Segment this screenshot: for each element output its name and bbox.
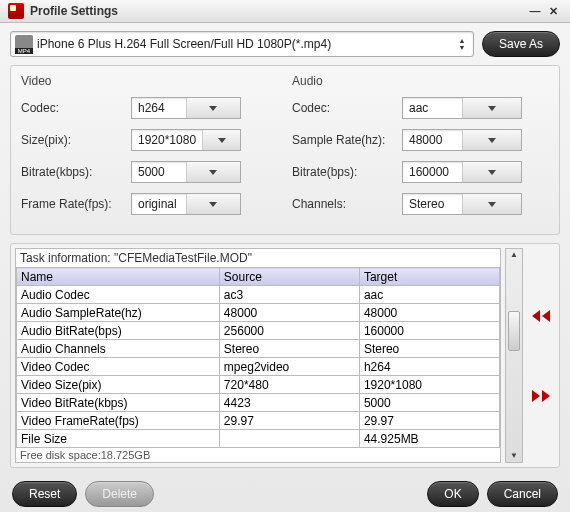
next-button[interactable] — [529, 386, 553, 406]
cell-name: Video BitRate(kbps) — [17, 394, 220, 412]
task-panel: Task information: "CFEMediaTestFile.MOD"… — [10, 243, 560, 468]
video-codec-select[interactable]: h264 — [131, 97, 241, 119]
cell-target: aac — [359, 286, 499, 304]
cell-name: File Size — [17, 430, 220, 448]
cell-name: Audio SampleRate(hz) — [17, 304, 220, 322]
task-inner: Task information: "CFEMediaTestFile.MOD"… — [15, 248, 501, 463]
cell-source: 720*480 — [219, 376, 359, 394]
table-row[interactable]: Audio ChannelsStereoStereo — [17, 340, 500, 358]
cell-source: 256000 — [219, 322, 359, 340]
cell-target: 5000 — [359, 394, 499, 412]
table-row[interactable]: Video FrameRate(fps)29.9729.97 — [17, 412, 500, 430]
th-name[interactable]: Name — [17, 268, 220, 286]
scroll-thumb[interactable] — [508, 311, 520, 351]
video-fps-select[interactable]: original — [131, 193, 241, 215]
profile-select[interactable]: iPhone 6 Plus H.264 Full Screen/Full HD … — [10, 31, 474, 57]
reset-button[interactable]: Reset — [12, 481, 77, 507]
audio-ch-select[interactable]: Stereo — [402, 193, 522, 215]
cell-source: ac3 — [219, 286, 359, 304]
chevron-down-icon — [186, 162, 241, 182]
cell-target: 29.97 — [359, 412, 499, 430]
profile-text: iPhone 6 Plus H.264 Full Screen/Full HD … — [37, 37, 455, 51]
top-row: iPhone 6 Plus H.264 Full Screen/Full HD … — [10, 31, 560, 57]
titlebar: Profile Settings — ✕ — [0, 0, 570, 23]
mp4-icon — [15, 35, 33, 53]
cell-name: Audio Codec — [17, 286, 220, 304]
content: iPhone 6 Plus H.264 Full Screen/Full HD … — [0, 23, 570, 476]
video-bitrate-label: Bitrate(kbps): — [21, 165, 131, 179]
audio-bitrate-select[interactable]: 160000 — [402, 161, 522, 183]
audio-sr-label: Sample Rate(hz): — [292, 133, 402, 147]
chevron-down-icon — [462, 130, 522, 150]
cell-source: Stereo — [219, 340, 359, 358]
chevron-down-icon — [202, 130, 240, 150]
video-size-label: Size(pix): — [21, 133, 131, 147]
free-disk-label: Free disk space:18.725GB — [16, 448, 500, 462]
cell-name: Video Codec — [17, 358, 220, 376]
ok-button[interactable]: OK — [427, 481, 478, 507]
cell-name: Video FrameRate(fps) — [17, 412, 220, 430]
cell-source — [219, 430, 359, 448]
cell-name: Audio Channels — [17, 340, 220, 358]
task-table: Name Source Target Audio Codecac3aacAudi… — [16, 267, 500, 448]
audio-sr-select[interactable]: 48000 — [402, 129, 522, 151]
scrollbar[interactable]: ▲ ▼ — [505, 248, 523, 463]
chevron-down-icon — [462, 162, 522, 182]
profile-settings-window: Profile Settings — ✕ iPhone 6 Plus H.264… — [0, 0, 570, 512]
audio-bitrate-label: Bitrate(bps): — [292, 165, 402, 179]
prev-button[interactable] — [529, 306, 553, 326]
app-icon — [8, 3, 24, 19]
video-size-select[interactable]: 1920*1080 — [131, 129, 241, 151]
cell-source: 48000 — [219, 304, 359, 322]
chevron-down-icon — [186, 98, 241, 118]
cell-name: Audio BitRate(bps) — [17, 322, 220, 340]
cell-target: 1920*1080 — [359, 376, 499, 394]
cancel-button[interactable]: Cancel — [487, 481, 558, 507]
cell-source: 4423 — [219, 394, 359, 412]
cell-target: 48000 — [359, 304, 499, 322]
scroll-up-icon[interactable]: ▲ — [510, 249, 518, 261]
video-column: Video Codec: h264 Size(pix): 1920*1080 B… — [21, 74, 278, 224]
audio-ch-label: Channels: — [292, 197, 402, 211]
cell-target: 160000 — [359, 322, 499, 340]
cell-target: 44.925MB — [359, 430, 499, 448]
video-fps-label: Frame Rate(fps): — [21, 197, 131, 211]
th-source[interactable]: Source — [219, 268, 359, 286]
delete-button[interactable]: Delete — [85, 481, 154, 507]
table-row[interactable]: Video Codecmpeg2videoh264 — [17, 358, 500, 376]
chevron-down-icon — [462, 98, 522, 118]
settings-panel: Video Codec: h264 Size(pix): 1920*1080 B… — [10, 65, 560, 235]
audio-codec-select[interactable]: aac — [402, 97, 522, 119]
cell-target: Stereo — [359, 340, 499, 358]
table-row[interactable]: Video Size(pix)720*4801920*1080 — [17, 376, 500, 394]
scroll-track[interactable] — [506, 261, 522, 450]
save-as-button[interactable]: Save As — [482, 31, 560, 57]
task-info: Task information: "CFEMediaTestFile.MOD" — [16, 249, 500, 267]
video-bitrate-select[interactable]: 5000 — [131, 161, 241, 183]
table-row[interactable]: Video BitRate(kbps)44235000 — [17, 394, 500, 412]
table-row[interactable]: File Size44.925MB — [17, 430, 500, 448]
th-target[interactable]: Target — [359, 268, 499, 286]
table-row[interactable]: Audio Codecac3aac — [17, 286, 500, 304]
chevron-down-icon — [186, 194, 241, 214]
chevron-down-icon — [462, 194, 522, 214]
audio-codec-label: Codec: — [292, 101, 402, 115]
cell-name: Video Size(pix) — [17, 376, 220, 394]
close-button[interactable]: ✕ — [544, 2, 562, 20]
cell-source: mpeg2video — [219, 358, 359, 376]
audio-column: Audio Codec: aac Sample Rate(hz): 48000 … — [292, 74, 549, 224]
table-row[interactable]: Audio SampleRate(hz)4800048000 — [17, 304, 500, 322]
minimize-button[interactable]: — — [526, 2, 544, 20]
table-row[interactable]: Audio BitRate(bps)256000160000 — [17, 322, 500, 340]
nav-column — [527, 248, 555, 463]
cell-target: h264 — [359, 358, 499, 376]
profile-stepper[interactable]: ▲▼ — [455, 37, 469, 51]
video-header: Video — [21, 74, 278, 88]
cell-source: 29.97 — [219, 412, 359, 430]
video-codec-label: Codec: — [21, 101, 131, 115]
audio-header: Audio — [292, 74, 549, 88]
scroll-down-icon[interactable]: ▼ — [510, 450, 518, 462]
window-title: Profile Settings — [30, 4, 526, 18]
footer: Reset Delete OK Cancel — [0, 476, 570, 512]
